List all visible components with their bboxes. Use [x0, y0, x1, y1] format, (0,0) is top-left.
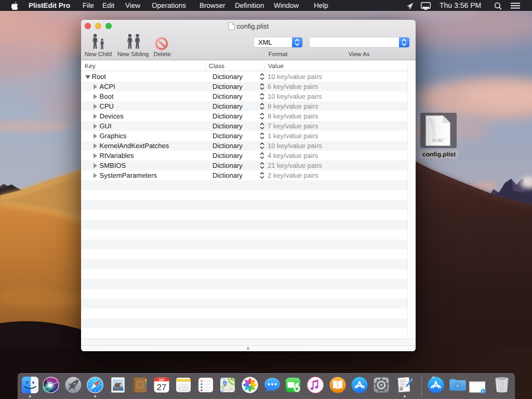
svg-text:27: 27: [156, 383, 166, 392]
svg-text:A: A: [224, 382, 227, 385]
svg-text:PLIST: PLIST: [432, 138, 444, 143]
svg-text:SEP: SEP: [158, 379, 164, 382]
svg-text:3D: 3D: [230, 388, 234, 391]
